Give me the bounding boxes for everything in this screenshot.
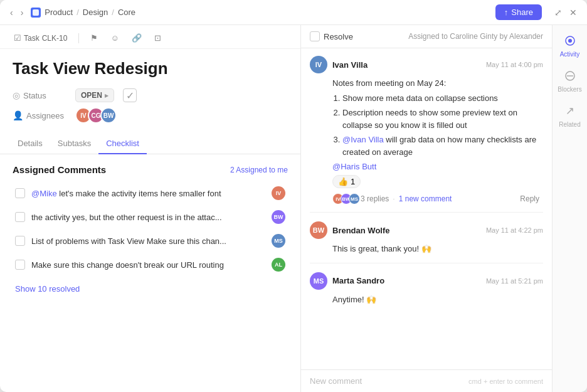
- breadcrumb-core[interactable]: Core: [118, 8, 135, 17]
- item-text-3: List of problems with Task View Make sur…: [31, 236, 265, 246]
- assigned-info: Assigned to Caroline Ginty by Alexander: [408, 32, 543, 41]
- mention-haris: @Haris Butt: [332, 162, 376, 171]
- resolve-checkbox[interactable]: [310, 31, 320, 41]
- tab-details[interactable]: Details: [10, 134, 50, 154]
- sep-dot: ·: [393, 194, 394, 203]
- svg-rect-0: [33, 9, 39, 16]
- comment-body-ivan: Notes from meeting on May 24: Show more …: [310, 77, 543, 158]
- comment-thread-brendan: BW Brendan Wolfe May 11 at 4:22 pm This …: [310, 221, 543, 263]
- section-header: Assigned Comments 2 Assigned to me: [13, 164, 288, 175]
- side-tab-activity[interactable]: Activity: [554, 30, 586, 63]
- assignee-avatars[interactable]: IV CG BW: [75, 107, 113, 124]
- comment-list-item-3: @Ivan Villa will grab data on how many c…: [342, 134, 543, 158]
- task-label: Task: [24, 34, 40, 43]
- checklist-item[interactable]: List of problems with Task View Make sur…: [13, 230, 288, 252]
- comment-name-marta: Marta Sandro: [332, 276, 481, 285]
- new-comment-badge[interactable]: 1 new comment: [399, 194, 452, 203]
- activity-panel: Resolve Assigned to Caroline Ginty by Al…: [301, 25, 552, 392]
- image-icon: ⊡: [154, 33, 161, 43]
- tabs: Details Subtasks Checklist: [0, 134, 300, 154]
- emoji-count: 1: [351, 177, 355, 186]
- comment-list-item-2: Description needs to show some preview t…: [342, 107, 543, 131]
- check-box-4[interactable]: [15, 260, 25, 270]
- item-text-4: Make sure this change doesn't break our …: [31, 260, 265, 270]
- check-box-1[interactable]: [15, 188, 25, 198]
- item-avatar-4: AL: [272, 258, 285, 272]
- resolve-check: Resolve: [310, 31, 353, 41]
- task-toolbar: ☑ Task CLK-10 ⚑ ☺ 🔗 ⊡: [0, 25, 300, 49]
- comment-header-ivan: IV Ivan Villa May 11 at 4:00 pm: [310, 56, 543, 73]
- avatar-marta: MS: [310, 272, 327, 290]
- link-icon: 🔗: [132, 33, 142, 43]
- status-badge[interactable]: OPEN ▸: [75, 88, 114, 102]
- toolbar-separator: [78, 33, 79, 43]
- avatar-ivan: IV: [310, 56, 327, 73]
- image-button[interactable]: ⊡: [151, 31, 165, 45]
- share-icon: ↑: [504, 8, 509, 17]
- comments-list: IV Ivan Villa May 11 at 4:00 pm Notes fr…: [301, 48, 552, 369]
- titlebar: ‹ › Product / Design / Core ↑ Share ⤢ ✕: [0, 0, 587, 25]
- assignees-label-text: 👤 Assignees: [13, 110, 69, 120]
- status-value: OPEN: [81, 91, 102, 100]
- tab-checklist[interactable]: Checklist: [98, 134, 147, 154]
- section-title: Assigned Comments: [13, 164, 106, 175]
- resolve-label[interactable]: Resolve: [324, 32, 353, 41]
- status-label: Status: [23, 91, 46, 100]
- resize-button[interactable]: ⤢: [552, 6, 564, 19]
- checklist-item[interactable]: the activity yes, but the other request …: [13, 206, 288, 228]
- link-button[interactable]: 🔗: [128, 31, 145, 45]
- side-tab-related[interactable]: Related: [554, 100, 586, 133]
- status-label-text: ◎ Status: [13, 90, 69, 100]
- comment-footer-ivan: IV BW MS 3 replies · 1 new comment Reply: [310, 193, 543, 204]
- comment-header-marta: MS Marta Sandro May 11 at 5:21 pm: [310, 272, 543, 290]
- task-type-item[interactable]: ☑ Task CLK-10: [10, 31, 71, 45]
- assignee-icon: 👤: [13, 110, 23, 120]
- share-button[interactable]: ↑ Share: [495, 4, 542, 20]
- comment-name-ivan: Ivan Villa: [332, 60, 481, 70]
- tab-subtasks[interactable]: Subtasks: [50, 134, 98, 154]
- emoji-button[interactable]: ☺: [107, 31, 122, 45]
- close-button[interactable]: ✕: [567, 6, 579, 19]
- check-box-3[interactable]: [15, 236, 25, 246]
- product-icon: [31, 8, 41, 18]
- breadcrumb-design[interactable]: Design: [83, 8, 108, 17]
- assignees-label: Assignees: [26, 111, 64, 120]
- app-window: ‹ › Product / Design / Core ↑ Share ⤢ ✕: [0, 0, 587, 392]
- checklist-item[interactable]: Make sure this change doesn't break our …: [13, 254, 288, 275]
- comment-body-marta: Anytime! 🙌: [310, 294, 543, 306]
- assignees-row: 👤 Assignees IV CG BW: [13, 107, 288, 124]
- comment-mention-haris: @Haris Butt: [310, 162, 543, 171]
- side-tab-blockers[interactable]: Blockers: [554, 65, 586, 98]
- replies-count[interactable]: 3 replies: [361, 194, 389, 203]
- left-panel: ☑ Task CLK-10 ⚑ ☺ 🔗 ⊡: [0, 25, 301, 392]
- comment-input[interactable]: [310, 376, 463, 386]
- flag-button[interactable]: ⚑: [87, 31, 102, 45]
- comment-header-brendan: BW Brendan Wolfe May 11 at 4:22 pm: [310, 221, 543, 239]
- comment-list-item-1: Show more meta data on collapse sections: [342, 92, 543, 105]
- check-box-2[interactable]: [15, 212, 25, 222]
- comment-name-brendan: Brendan Wolfe: [332, 226, 481, 235]
- checklist-items: @Mike let's make the activity items here…: [13, 183, 288, 275]
- svg-point-2: [568, 39, 572, 43]
- task-title-area: Task View Redesign: [0, 49, 300, 83]
- task-title: Task View Redesign: [13, 59, 288, 78]
- item-text-1: @Mike let's make the activity items here…: [31, 189, 265, 198]
- status-check-button[interactable]: ✓: [123, 88, 137, 102]
- item-avatar-3: MS: [272, 234, 285, 248]
- checklist-item[interactable]: @Mike let's make the activity items here…: [13, 183, 288, 204]
- activity-icon: [564, 35, 576, 49]
- back-button[interactable]: ‹: [8, 6, 16, 19]
- forward-button[interactable]: ›: [18, 6, 26, 19]
- mention-mike: @Mike: [31, 189, 57, 198]
- blockers-icon: [564, 70, 576, 84]
- breadcrumb-product[interactable]: Product: [45, 8, 73, 17]
- show-resolved-link[interactable]: Show 10 resolved: [13, 283, 288, 295]
- assigned-badge[interactable]: 2 Assigned to me: [230, 166, 288, 174]
- emoji-icon: ☺: [110, 33, 119, 43]
- emoji-reaction[interactable]: 👍 1: [332, 175, 361, 188]
- reply-button-ivan[interactable]: Reply: [516, 193, 543, 204]
- main-area: ☑ Task CLK-10 ⚑ ☺ 🔗 ⊡: [0, 25, 587, 392]
- mention-ivan-villa: @Ivan Villa: [342, 135, 384, 144]
- side-tab-activity-label: Activity: [560, 51, 580, 58]
- comment-thread-marta: MS Marta Sandro May 11 at 5:21 pm Anytim…: [310, 272, 543, 314]
